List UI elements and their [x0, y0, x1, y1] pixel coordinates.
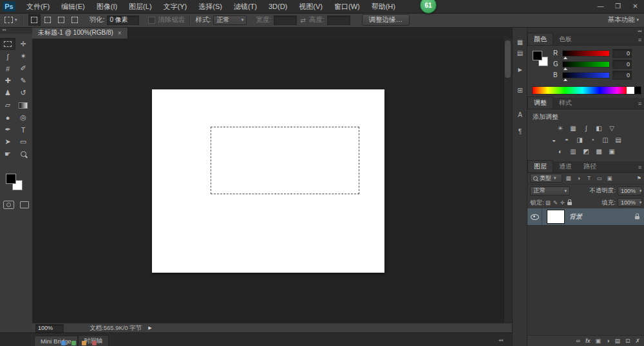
- document-tab[interactable]: 未标题-1 @ 100%(RGB/8) ×: [32, 27, 128, 39]
- pen-tool[interactable]: ✒: [0, 123, 15, 136]
- maximize-button[interactable]: ❐: [609, 0, 627, 13]
- channel-mixer-icon[interactable]: ◫: [600, 135, 611, 145]
- filter-pixel-icon[interactable]: ▦: [564, 174, 573, 182]
- status-flyout-icon[interactable]: [148, 325, 151, 331]
- menu-image[interactable]: 图像(I): [91, 0, 123, 13]
- path-selection-tool[interactable]: ➤: [0, 136, 15, 148]
- clone-stamp-tool[interactable]: ♟: [0, 87, 15, 99]
- info-panel-icon[interactable]: ⊞: [515, 86, 526, 95]
- blend-mode-dropdown[interactable]: 正常: [530, 187, 570, 196]
- black-white-icon[interactable]: ◨: [574, 135, 585, 145]
- fill-dropdown[interactable]: 100%: [618, 198, 642, 207]
- thumbnail[interactable]: [61, 341, 66, 345]
- blue-slider[interactable]: [562, 72, 610, 78]
- link-layers-icon[interactable]: ∞: [576, 338, 580, 344]
- photo-filter-icon[interactable]: ◔: [587, 135, 598, 145]
- style-dropdown[interactable]: 正常: [213, 15, 247, 25]
- slider-marker-icon[interactable]: [564, 68, 567, 70]
- intersect-selection-button[interactable]: [69, 14, 81, 26]
- threshold-icon[interactable]: ◩: [581, 147, 592, 156]
- red-value-field[interactable]: 0: [612, 49, 632, 58]
- lock-transparency-icon[interactable]: ▨: [545, 199, 551, 206]
- swap-dimensions-icon[interactable]: ⇄: [300, 17, 305, 24]
- scrollbar-thumb[interactable]: [505, 41, 511, 78]
- eyedropper-tool[interactable]: ✐: [15, 62, 31, 75]
- tab-swatches[interactable]: 色板: [553, 33, 578, 45]
- zoom-tool[interactable]: [15, 148, 31, 160]
- tab-layers[interactable]: 图层: [527, 160, 553, 172]
- histogram-panel-icon[interactable]: ▦: [515, 37, 526, 46]
- refine-edge-button[interactable]: 调整边缘…: [362, 14, 410, 26]
- filter-adjustment-icon[interactable]: ◑: [574, 174, 583, 182]
- screen-mode-button[interactable]: [20, 201, 29, 208]
- menu-filter[interactable]: 滤镜(T): [228, 0, 263, 13]
- filter-toggle-icon[interactable]: ⚑: [637, 176, 641, 181]
- selection-marquee[interactable]: [211, 127, 359, 194]
- invert-icon[interactable]: ◐: [555, 147, 566, 156]
- layer-thumbnail[interactable]: [547, 210, 565, 224]
- adjustment-layer-icon[interactable]: ◑: [606, 338, 609, 344]
- tab-color[interactable]: 颜色: [527, 33, 553, 45]
- rectangle-tool[interactable]: ▭: [15, 136, 31, 148]
- thumbnail[interactable]: [71, 341, 76, 345]
- filter-type-icon[interactable]: T: [585, 174, 593, 182]
- panel-menu-icon[interactable]: [638, 37, 641, 43]
- brush-tool[interactable]: ✎: [15, 75, 31, 87]
- width-input[interactable]: [274, 15, 297, 25]
- red-slider[interactable]: [562, 50, 610, 57]
- panel-menu-icon[interactable]: [638, 164, 641, 170]
- tab-channels[interactable]: 通道: [553, 161, 578, 172]
- filter-smart-object-icon[interactable]: ▣: [605, 174, 614, 182]
- menu-type[interactable]: 文字(Y): [158, 0, 193, 13]
- foreground-color-swatch[interactable]: [533, 51, 542, 60]
- menu-select[interactable]: 选择(S): [193, 0, 228, 13]
- slider-marker-icon[interactable]: [564, 78, 567, 81]
- color-balance-icon[interactable]: ◓: [562, 135, 573, 145]
- opacity-dropdown[interactable]: 100%: [618, 187, 642, 196]
- vertical-scrollbar[interactable]: [504, 39, 512, 323]
- levels-icon[interactable]: ▦: [568, 123, 579, 133]
- document-canvas[interactable]: [152, 89, 384, 273]
- history-brush-tool[interactable]: ↺: [15, 87, 31, 99]
- antialias-checkbox[interactable]: 消除锯齿: [148, 15, 185, 24]
- tab-styles[interactable]: 样式: [553, 97, 578, 109]
- tab-paths[interactable]: 路径: [578, 161, 602, 172]
- magic-wand-tool[interactable]: ✶: [15, 50, 31, 62]
- collapse-dock-icon[interactable]: [638, 28, 641, 33]
- properties-panel-icon[interactable]: ▶: [515, 65, 526, 74]
- layer-name[interactable]: 背景: [569, 212, 582, 221]
- tab-adjustments[interactable]: 调整: [527, 96, 553, 109]
- feather-input[interactable]: 0 像素: [107, 15, 139, 25]
- new-selection-button[interactable]: [28, 14, 41, 26]
- delete-layer-icon[interactable]: ✗: [635, 338, 640, 344]
- blur-tool[interactable]: ●: [0, 111, 15, 123]
- add-mask-icon[interactable]: ▣: [595, 338, 601, 344]
- panel-menu-icon[interactable]: [638, 100, 641, 107]
- brightness-contrast-icon[interactable]: ☀: [555, 123, 566, 133]
- slider-marker-icon[interactable]: [564, 57, 567, 59]
- menu-edit[interactable]: 编辑(E): [55, 0, 91, 13]
- quick-mask-button[interactable]: [3, 201, 14, 209]
- filter-shape-icon[interactable]: ▭: [595, 174, 603, 182]
- layer-filter-dropdown[interactable]: 类型: [530, 174, 562, 183]
- dodge-tool[interactable]: ◎: [15, 111, 31, 123]
- posterize-icon[interactable]: ▥: [568, 147, 579, 156]
- color-spectrum-ramp[interactable]: [532, 86, 641, 95]
- tool-preset-picker[interactable]: [5, 17, 17, 23]
- healing-brush-tool[interactable]: ✚: [0, 75, 15, 87]
- hand-tool[interactable]: ☛: [0, 148, 15, 160]
- color-lookup-icon[interactable]: ▤: [613, 135, 624, 145]
- toolbar-collapse-icon[interactable]: [0, 27, 32, 33]
- gradient-tool[interactable]: [15, 99, 31, 111]
- close-button[interactable]: ✕: [627, 0, 644, 13]
- blue-value-field[interactable]: 0: [612, 71, 632, 80]
- new-layer-icon[interactable]: ⊡: [625, 338, 630, 344]
- move-tool[interactable]: ✛: [15, 38, 31, 50]
- exposure-icon[interactable]: ◧: [594, 123, 605, 133]
- add-to-selection-button[interactable]: [42, 14, 54, 26]
- zoom-level-field[interactable]: 100%: [35, 324, 64, 332]
- navigator-panel-icon[interactable]: ▤: [515, 48, 526, 57]
- dock-collapse-icon[interactable]: [498, 338, 503, 343]
- lock-position-icon[interactable]: ✛: [560, 199, 565, 206]
- menu-3d[interactable]: 3D(D): [263, 0, 293, 13]
